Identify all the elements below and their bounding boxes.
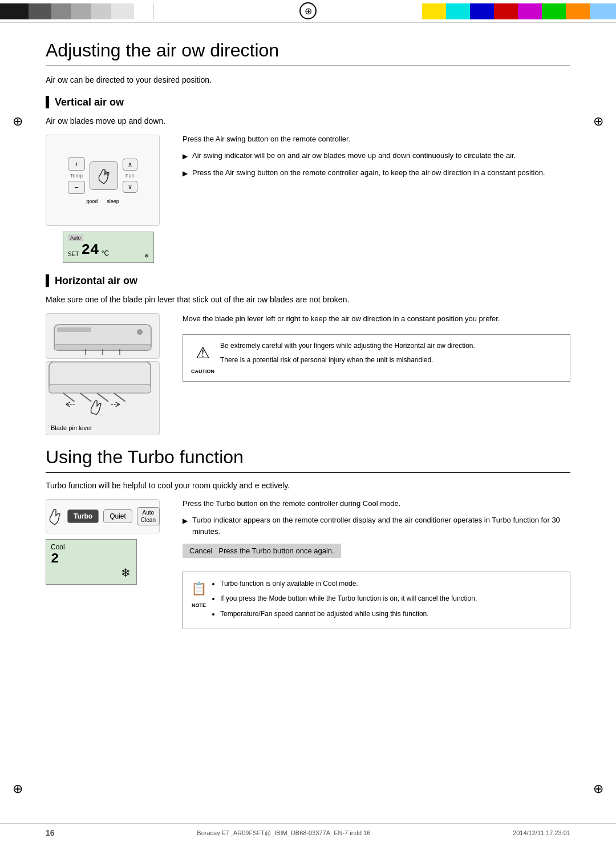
left-color-bar bbox=[0, 3, 194, 19]
color-green bbox=[542, 3, 566, 19]
color-white-2 bbox=[154, 3, 194, 19]
subsection-bar bbox=[46, 96, 49, 108]
page-number: 16 bbox=[46, 828, 55, 837]
vertical-airflow-title: Vertical air ow bbox=[55, 96, 124, 108]
horizontal-two-col: Blade pin lever Move the blade pin lever… bbox=[46, 313, 570, 435]
color-light-gray bbox=[71, 3, 91, 19]
vertical-two-col: + Temp − ∧ Fan ∨ bbox=[46, 135, 570, 263]
bottom-right-registration-mark: ⊕ bbox=[593, 782, 603, 796]
note-item-3: Temperature/Fan speed cannot be adjusted… bbox=[220, 608, 477, 620]
turbo-btn-group: Turbo bbox=[67, 509, 99, 523]
bullet-text-1: Air swing indicator will be on and air o… bbox=[192, 150, 516, 161]
turbo-bullet-list: ▶ Turbo indicator appears on the remote … bbox=[183, 515, 570, 537]
left-registration-mark: ⊕ bbox=[13, 114, 23, 129]
vertical-col-left: + Temp − ∧ Fan ∨ bbox=[46, 135, 171, 263]
horizontal-right-col: Move the blade pin lever left or right t… bbox=[183, 313, 570, 435]
turbo-intro: Turbo function will be helpful to cool y… bbox=[46, 481, 570, 490]
color-red bbox=[494, 3, 518, 19]
note-list: Turbo function is only available in Cool… bbox=[212, 578, 477, 623]
turbo-two-col: Turbo Quiet AutoClean Cool 2 ❄ bbox=[46, 499, 570, 629]
up-arrow: ∧ bbox=[123, 159, 137, 171]
sleep-label: sleep bbox=[107, 199, 119, 204]
horizontal-instruction: Move the blade pin lever left or right t… bbox=[183, 313, 570, 325]
remote-display-icons: ❄ bbox=[144, 253, 149, 259]
turbo-display-cool: Cool bbox=[51, 543, 132, 551]
compass-registration-mark: ⊕ bbox=[299, 2, 317, 19]
caution-point-1: Be extremely careful with your fingers w… bbox=[220, 341, 475, 351]
header: ⊕ bbox=[0, 0, 616, 23]
turbo-display-icon: ❄ bbox=[121, 566, 131, 580]
color-lighter-gray bbox=[91, 3, 111, 19]
svg-rect-5 bbox=[49, 384, 151, 393]
cancel-bar: Cancel Press the Turbo button once again… bbox=[183, 544, 341, 558]
right-registration-mark: ⊕ bbox=[593, 114, 603, 129]
bullet-arrow-1: ▶ bbox=[183, 151, 188, 161]
quiet-btn-group: Quiet bbox=[103, 509, 132, 523]
section1-title: Adjusting the air ow direction bbox=[46, 40, 570, 66]
svg-line-9 bbox=[114, 393, 125, 402]
remote-display: Auto SET 24 °C ❄ bbox=[63, 232, 154, 263]
cancel-row: Cancel Press the Turbo button once again… bbox=[183, 544, 570, 565]
bullet-item-2: ▶ Press the Air swing button on the remo… bbox=[183, 167, 570, 179]
quiet-button: Quiet bbox=[103, 509, 132, 523]
press-instruction: Press the Air swing button on the remote… bbox=[183, 135, 570, 143]
ac-unit-bottom-image: Blade pin lever bbox=[46, 361, 160, 435]
bullet-text-2: Press the Air swing button on the remote… bbox=[192, 167, 545, 179]
svg-rect-2 bbox=[57, 327, 91, 332]
color-light-blue bbox=[590, 3, 616, 19]
temp-fan-buttons: + Temp − bbox=[68, 157, 85, 194]
ac-bottom-svg bbox=[46, 361, 159, 430]
fan-up-down: ∧ Fan ∨ bbox=[123, 159, 137, 193]
right-color-bar bbox=[422, 3, 616, 19]
cancel-label: Cancel bbox=[189, 547, 212, 555]
minus-button: − bbox=[68, 181, 85, 194]
caution-icon-container: ⚠ CAUTION bbox=[191, 341, 214, 375]
turbo-bullet-arrow-1: ▶ bbox=[183, 516, 188, 526]
horizontal-airflow-heading: Horizontal air ow bbox=[46, 274, 570, 287]
color-cyan bbox=[446, 3, 470, 19]
svg-line-6 bbox=[63, 393, 75, 402]
turbo-button: Turbo bbox=[67, 509, 99, 523]
color-orange bbox=[566, 3, 590, 19]
down-arrow: ∨ bbox=[123, 181, 137, 193]
auto-clean-btn-group: AutoClean bbox=[137, 507, 160, 525]
note-item-2: If you press the Mode button while the T… bbox=[220, 593, 477, 604]
ac-unit-top-image bbox=[46, 313, 160, 359]
turbo-right: Press the Turbo button on the remote con… bbox=[183, 499, 570, 629]
remote-controller-image: + Temp − ∧ Fan ∨ bbox=[46, 135, 160, 226]
caution-triangle-icon: ⚠ bbox=[196, 341, 210, 366]
caution-label: CAUTION bbox=[191, 367, 214, 375]
color-blue bbox=[470, 3, 494, 19]
color-black bbox=[0, 3, 29, 19]
remote-top-buttons: + Temp − ∧ Fan ∨ bbox=[63, 153, 142, 199]
hand-svg bbox=[92, 164, 115, 187]
main-content: Adjusting the air ow direction Air ow ca… bbox=[0, 23, 616, 646]
svg-line-8 bbox=[97, 393, 108, 402]
snowflake-icon: ❄ bbox=[144, 253, 149, 259]
turbo-remote: Turbo Quiet AutoClean bbox=[46, 499, 160, 533]
vertical-airflow-heading: Vertical air ow bbox=[46, 96, 570, 108]
cancel-instruction: Press the Turbo button once again. bbox=[218, 547, 334, 555]
caution-content: Be extremely careful with your fingers w… bbox=[220, 341, 475, 366]
footer: 16 Boracay ET_AR09FSFT@_IBIM_DB68-03377A… bbox=[0, 823, 616, 842]
temp-label: Temp bbox=[70, 173, 83, 179]
remote-display-mode: Auto bbox=[68, 234, 83, 241]
turbo-display-number: 2 bbox=[51, 552, 132, 566]
horizontal-airflow-section: Horizontal air ow Make sure one of the b… bbox=[46, 274, 570, 435]
ac-image-container: Blade pin lever bbox=[46, 313, 171, 435]
color-yellow bbox=[422, 3, 446, 19]
horizontal-subsection-bar bbox=[46, 274, 49, 287]
color-mid-gray bbox=[51, 3, 71, 19]
file-info: Boracay ET_AR09FSFT@_IBIM_DB68-03377A_EN… bbox=[197, 829, 370, 836]
remote-display-temperature: 24 bbox=[81, 242, 99, 257]
svg-point-3 bbox=[137, 329, 143, 335]
note-icon-container: 📋 NOTE bbox=[191, 578, 206, 610]
section1-intro: Air ow can be directed to your desired p… bbox=[46, 75, 570, 84]
hand-icon bbox=[90, 161, 118, 190]
vertical-col-right: Press the Air swing button on the remote… bbox=[183, 135, 570, 263]
note-label: NOTE bbox=[192, 601, 206, 610]
turbo-hand-icon bbox=[46, 503, 63, 529]
bullet-item-1: ▶ Air swing indicator will be on and air… bbox=[183, 150, 570, 161]
turbo-display: Cool 2 ❄ bbox=[46, 539, 137, 585]
note-document-icon: 📋 bbox=[191, 578, 206, 599]
